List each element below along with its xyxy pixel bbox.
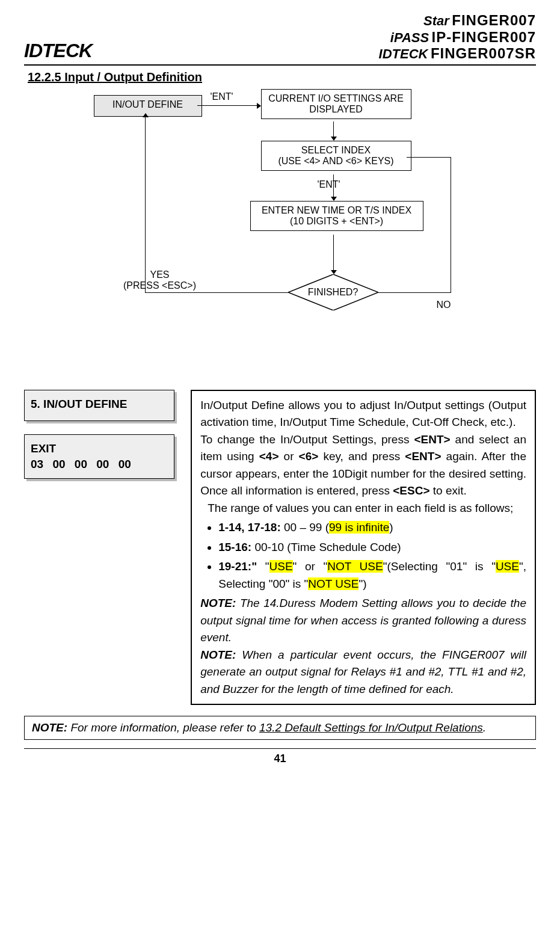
lcd-display-inout-define: 5. IN/OUT DEFINE	[24, 390, 174, 421]
page-header: IDTECK Star FINGER007 iPASS IP-FINGER007…	[24, 12, 536, 66]
note-paragraph: NOTE: The 14.Duress Modem Setting allows…	[200, 595, 526, 647]
flow-decision-finished: FINISHED?	[288, 274, 378, 310]
flow-arrow	[333, 122, 334, 137]
flow-box-select-index: SELECT INDEX (USE <4> AND <6> KEYS)	[261, 141, 411, 171]
flow-text: CURRENT I/O SETTINGS ARE DISPLAYED	[268, 93, 404, 114]
flow-text: YES	[121, 269, 199, 280]
brand-name: FINGER007	[452, 12, 536, 28]
brand-prefix: IDTECK	[379, 46, 428, 61]
flow-line	[378, 292, 451, 294]
brand-name: IP-FINGER007	[432, 29, 536, 45]
flow-arrow	[197, 105, 257, 106]
text: 00 – 99 (	[281, 521, 329, 534]
highlight-text: USE	[496, 560, 519, 573]
flow-text: (PRESS <ESC>)	[121, 280, 199, 291]
lcd-line: EXIT	[31, 442, 168, 455]
flow-label-yes: YES (PRESS <ESC>)	[121, 269, 199, 291]
brand-list-right: Star FINGER007 iPASS IP-FINGER007 IDTECK…	[379, 12, 536, 62]
text: 00-10 (Time Schedule Code)	[251, 541, 401, 553]
text: When a particular event occurs, the FING…	[200, 648, 526, 695]
paragraph: In/Output Define allows you to adjust In…	[200, 397, 526, 431]
note-label: NOTE:	[32, 721, 67, 734]
flow-text: (USE <4> AND <6> KEYS)	[264, 156, 408, 167]
note-paragraph: NOTE: When a particular event occurs, th…	[200, 647, 526, 698]
section-title: 12.2.5 Input / Output Definition	[28, 70, 536, 84]
note-label: NOTE:	[200, 597, 236, 609]
brand-prefix: iPASS	[390, 30, 429, 45]
flow-line	[145, 292, 288, 294]
lcd-line: 03 00 00 00 00	[31, 458, 168, 471]
key-4: <4>	[259, 450, 279, 463]
range-label: 15-16:	[218, 541, 251, 553]
flow-label-ent: 'ENT'	[211, 91, 233, 102]
lcd-line: 5. IN/OUT DEFINE	[31, 398, 168, 411]
highlight-text: USE	[269, 560, 293, 573]
text: key, and press	[318, 450, 405, 463]
highlight-text: 99 is infinite	[329, 521, 389, 534]
brand-name: FINGER007SR	[431, 45, 536, 61]
paragraph: To change the In/Output Settings, press …	[200, 431, 526, 500]
page-number: 41	[274, 752, 286, 765]
range-label: 1-14, 17-18:	[218, 521, 281, 534]
highlight-text: NOT USE	[308, 577, 358, 590]
flow-arrow	[333, 235, 334, 271]
list-item: 15-16: 00-10 (Time Schedule Code)	[218, 539, 526, 556]
flow-arrow	[145, 117, 146, 293]
flow-line	[451, 157, 452, 293]
flow-text: (10 DIGITS + <ENT>)	[253, 216, 420, 227]
text: The 14.Duress Modem Setting allows you t…	[200, 597, 526, 644]
flow-label-no: NO	[437, 300, 451, 310]
paragraph: The range of values you can enter in eac…	[200, 500, 526, 517]
brand-prefix: Star	[423, 13, 449, 28]
text: to exit.	[429, 484, 466, 497]
list-item: 19-21:" "USE" or "NOT USE"(Selecting "01…	[218, 558, 526, 592]
note-label: NOTE:	[200, 648, 236, 661]
text: For more information, please refer to	[67, 721, 259, 734]
text: " or "	[293, 560, 328, 573]
key-6: <6>	[299, 450, 319, 463]
highlight-text: NOT USE	[327, 560, 383, 573]
text: "(Selecting "01" is "	[383, 560, 496, 573]
explanation-box: In/Output Define allows you to adjust In…	[191, 390, 536, 706]
page-footer: 41	[24, 748, 536, 765]
lcd-display-exit: EXIT 03 00 00 00 00	[24, 434, 174, 479]
list-item: 1-14, 17-18: 00 – 99 (99 is infinite)	[218, 519, 526, 537]
text: )	[389, 521, 393, 534]
flow-text: SELECT INDEX	[264, 145, 408, 156]
text: "	[257, 560, 269, 573]
key-ent: <ENT>	[414, 433, 450, 446]
key-esc: <ESC>	[393, 484, 429, 497]
text: ")	[358, 577, 366, 590]
reference-link: 13.2 Default Settings for In/Output Rela…	[259, 721, 483, 734]
value-range-list: 1-14, 17-18: 00 – 99 (99 is infinite) 15…	[218, 519, 526, 592]
text: To change the In/Output Settings, press	[200, 433, 414, 446]
flow-line	[407, 157, 451, 158]
text: .	[483, 721, 486, 734]
range-label: 19-21:"	[218, 560, 257, 573]
brand-logo-left: IDTECK	[24, 40, 92, 62]
flow-text: FINISHED?	[288, 274, 378, 310]
flow-box-enter-new-time: ENTER NEW TIME OR T/S INDEX (10 DIGITS +…	[250, 201, 423, 231]
key-ent: <ENT>	[405, 450, 441, 463]
text: or	[278, 450, 298, 463]
flowchart-diagram: IN/OUT DEFINE 'ENT' CURRENT I/O SETTINGS…	[70, 95, 491, 360]
flow-box-current-settings: CURRENT I/O SETTINGS ARE DISPLAYED	[261, 89, 411, 119]
bottom-note-box: NOTE: For more information, please refer…	[24, 716, 536, 740]
flow-label-ent: 'ENT'	[318, 179, 340, 190]
flow-text: ENTER NEW TIME OR T/S INDEX	[253, 205, 420, 216]
